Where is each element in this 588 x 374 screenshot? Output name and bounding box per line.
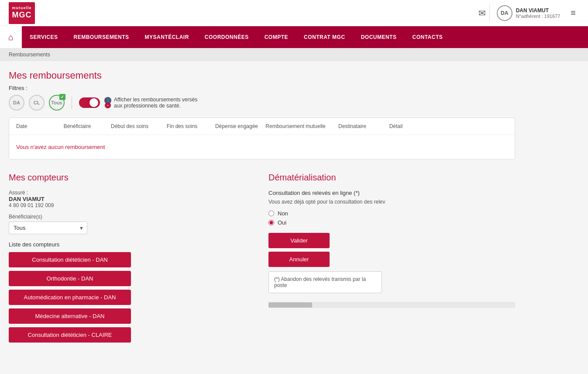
liste-compteurs-label: Liste des compteurs bbox=[9, 241, 255, 248]
two-col-section: Mes compteurs Assuré : DAN VIAMUT 4 80 0… bbox=[9, 173, 515, 346]
main-content: Mes remboursements Filtres : DA CL Tous … bbox=[0, 61, 524, 355]
avatar[interactable]: DA bbox=[497, 5, 512, 21]
page-title: Mes remboursements bbox=[9, 70, 515, 81]
abandon-note: (*) Abandon des relevés transmis par la … bbox=[268, 271, 382, 293]
assure-label: Assuré : bbox=[9, 190, 255, 196]
benef-label: Bénéficiaire(s) bbox=[9, 214, 255, 220]
radio-non-item: Non bbox=[268, 210, 515, 217]
radio-group: Non Oui bbox=[268, 210, 515, 226]
demat-section: Dématérialisation Consultation des relev… bbox=[268, 173, 515, 346]
consult-sub: Vous avez déjà opté pour la consultation… bbox=[268, 199, 515, 205]
scroll-thumb bbox=[268, 302, 312, 308]
col-remb: Remboursement mutuelle bbox=[265, 123, 326, 129]
counter-btn-2[interactable]: Automédication en pharmacie - DAN bbox=[9, 290, 131, 305]
nav-item-contrat[interactable]: CONTRAT MGC bbox=[296, 26, 353, 48]
col-debut: Début des soins bbox=[103, 123, 156, 129]
annuler-button[interactable]: Annuler bbox=[268, 252, 330, 267]
filter-chip-cl-label: CL bbox=[34, 100, 40, 105]
envelope-icon[interactable]: ✉ bbox=[475, 4, 490, 22]
logo-box: mutuelle MGC bbox=[9, 2, 35, 24]
counter-btn-3[interactable]: Médecine alternative - DAN bbox=[9, 308, 131, 324]
filter-chip-da[interactable]: DA bbox=[9, 95, 24, 111]
col-fin: Fin des soins bbox=[156, 123, 208, 129]
compteurs-title: Mes compteurs bbox=[9, 173, 255, 183]
nav-item-contacts[interactable]: CONTACTS bbox=[404, 26, 450, 48]
filter-chip-tous[interactable]: Tous ✓ bbox=[49, 95, 65, 111]
nav-item-documents[interactable]: DOCUMENTS bbox=[353, 26, 405, 48]
assure-num: 4 80 09 01 192 009 bbox=[9, 202, 255, 208]
logo-text: mutuelle MGC bbox=[12, 6, 31, 20]
user-info: DAN VIAMUT N°adhérent : 191677 bbox=[516, 7, 560, 19]
user-adherent: N°adhérent : 191677 bbox=[516, 14, 560, 19]
radio-non-label: Non bbox=[278, 210, 288, 217]
nav-item-services[interactable]: SERVICES bbox=[22, 26, 65, 48]
nav-item-compte[interactable]: COMPTE bbox=[257, 26, 296, 48]
logo-area: mutuelle MGC bbox=[9, 2, 35, 24]
consult-label: Consultation des relevés en ligne (*) bbox=[268, 190, 515, 196]
prof-icons: 👤 + bbox=[104, 97, 111, 108]
breadcrumb: Remboursements bbox=[0, 48, 588, 61]
filters-row: DA CL Tous ✓ 👤 + Afficher bbox=[9, 95, 515, 111]
toggle-text: Afficher les remboursements versés aux p… bbox=[114, 97, 197, 109]
nav-item-coordonnees[interactable]: COORDONNÉES bbox=[197, 26, 257, 48]
counter-btn-1[interactable]: Orthodontie - DAN bbox=[9, 271, 131, 286]
logo-mgc: MGC bbox=[12, 10, 31, 20]
radio-oui[interactable] bbox=[268, 220, 274, 225]
nav-bar: ⌂ SERVICES REMBOURSEMENTS MYSANTÉCLAIR C… bbox=[0, 26, 588, 48]
top-right: ✉ DA DAN VIAMUT N°adhérent : 191677 ≡ bbox=[475, 4, 579, 22]
filters-label: Filtres : bbox=[9, 85, 515, 91]
toggle-track bbox=[79, 97, 100, 108]
home-icon: ⌂ bbox=[8, 32, 14, 42]
radio-non[interactable] bbox=[268, 211, 274, 216]
nav-home-button[interactable]: ⌂ bbox=[0, 26, 22, 48]
col-beneficiaire: Bénéficiaire bbox=[51, 123, 103, 129]
demat-title: Dématérialisation bbox=[268, 173, 515, 183]
counter-btn-4[interactable]: Consultation diététicien - CLAIRE bbox=[9, 327, 131, 343]
plus-icon: + bbox=[105, 102, 111, 108]
toggle-label-2: aux professionnels de santé. bbox=[114, 103, 197, 109]
hamburger-icon[interactable]: ≡ bbox=[567, 6, 579, 20]
filter-divider bbox=[72, 96, 72, 109]
benef-select-wrapper: Tous DAN VIAMUT CLAIRE ▼ bbox=[9, 222, 87, 234]
no-remboursement-msg: Vous n'avez aucun remboursement bbox=[9, 135, 515, 159]
radio-oui-item: Oui bbox=[268, 219, 515, 226]
toggle-label-1: Afficher les remboursements versés bbox=[114, 97, 197, 103]
toggle-switch[interactable] bbox=[79, 97, 100, 108]
filters-section: Filtres : DA CL Tous ✓ 👤 + bbox=[9, 85, 515, 111]
nav-item-remboursements[interactable]: REMBOURSEMENTS bbox=[65, 26, 137, 48]
benef-select[interactable]: Tous DAN VIAMUT CLAIRE bbox=[9, 222, 87, 234]
nav-items: SERVICES REMBOURSEMENTS MYSANTÉCLAIR COO… bbox=[22, 26, 450, 48]
scroll-bar[interactable] bbox=[268, 302, 515, 308]
user-name: DAN VIAMUT bbox=[516, 7, 560, 14]
filter-chip-tous-label: Tous bbox=[51, 100, 62, 105]
logo-mutuelle: mutuelle bbox=[12, 6, 31, 10]
top-bar: mutuelle MGC ✉ DA DAN VIAMUT N°adhérent … bbox=[0, 0, 588, 26]
nav-item-mysanteclair[interactable]: MYSANTÉCLAIR bbox=[137, 26, 196, 48]
filter-chip-cl[interactable]: CL bbox=[29, 95, 45, 111]
col-destinataire: Destinataire bbox=[326, 123, 378, 129]
counter-btn-0[interactable]: Consultation diététicien - DAN bbox=[9, 252, 131, 267]
valider-button[interactable]: Valider bbox=[268, 233, 330, 248]
compteurs-section: Mes compteurs Assuré : DAN VIAMUT 4 80 0… bbox=[9, 173, 255, 346]
remboursements-table: Date Bénéficiaire Début des soins Fin de… bbox=[9, 118, 515, 159]
col-depense: Dépense engagée bbox=[208, 123, 265, 129]
table-header: Date Bénéficiaire Début des soins Fin de… bbox=[9, 118, 515, 135]
assure-name: DAN VIAMUT bbox=[9, 196, 255, 202]
toggle-thumb bbox=[89, 98, 98, 107]
toggle-label-area: 👤 + Afficher les remboursements versés a… bbox=[104, 97, 197, 109]
col-detail: Détail bbox=[378, 123, 413, 129]
radio-oui-label: Oui bbox=[278, 219, 286, 226]
checkmark-icon: ✓ bbox=[59, 94, 65, 100]
filter-chip-da-label: DA bbox=[13, 100, 20, 105]
col-date: Date bbox=[16, 123, 51, 129]
